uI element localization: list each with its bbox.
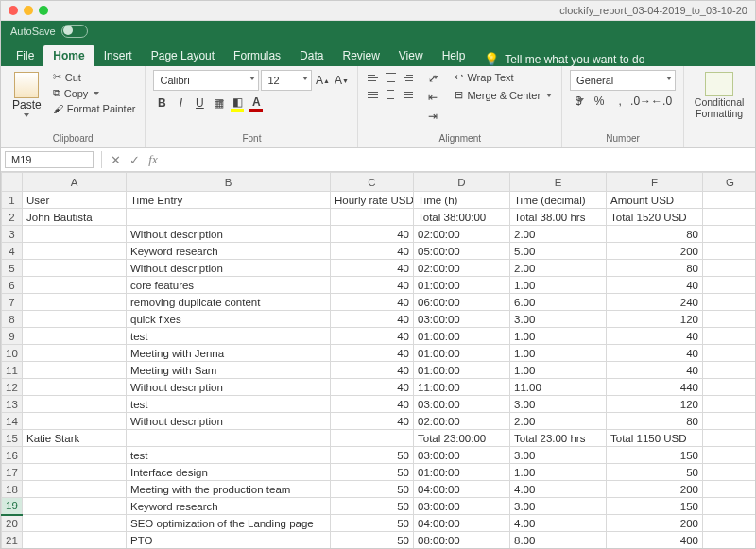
- underline-button[interactable]: U: [191, 94, 208, 112]
- accept-formula-button[interactable]: ✓: [125, 153, 144, 167]
- italic-button[interactable]: I: [172, 94, 189, 112]
- border-button[interactable]: ▦: [210, 94, 227, 112]
- cell-G16[interactable]: [703, 447, 756, 464]
- cell-G2[interactable]: [703, 209, 756, 226]
- column-header-G[interactable]: G: [703, 173, 756, 192]
- row-header-9[interactable]: 9: [2, 328, 23, 345]
- cell-C18[interactable]: 50: [331, 481, 414, 498]
- decrease-indent-button[interactable]: ⇤: [424, 89, 441, 106]
- cell-C5[interactable]: 40: [331, 260, 414, 277]
- cell-B11[interactable]: Meeting with Sam: [127, 362, 331, 379]
- cell-D21[interactable]: 08:00:00: [414, 532, 510, 549]
- cell-A9[interactable]: [23, 328, 127, 345]
- cell-G11[interactable]: [703, 362, 756, 379]
- copy-button[interactable]: ⧉Copy: [51, 86, 138, 100]
- select-all-corner[interactable]: [2, 173, 23, 192]
- cell-E1[interactable]: Time (decimal): [510, 192, 607, 209]
- column-header-C[interactable]: C: [331, 173, 414, 192]
- merge-center-button[interactable]: ⊟Merge & Center: [453, 88, 554, 102]
- tab-review[interactable]: Review: [333, 45, 388, 66]
- cell-D4[interactable]: 05:00:00: [414, 243, 510, 260]
- cell-C7[interactable]: 40: [331, 294, 414, 311]
- cell-B15[interactable]: [127, 430, 331, 447]
- cell-B14[interactable]: Without description: [127, 413, 331, 430]
- cell-B13[interactable]: test: [127, 396, 331, 413]
- cell-F10[interactable]: 40: [607, 345, 703, 362]
- cell-F16[interactable]: 150: [607, 447, 703, 464]
- cell-G7[interactable]: [703, 294, 756, 311]
- format-as-table-button[interactable]: Format as Table: [752, 70, 756, 121]
- cell-C19[interactable]: 50: [331, 498, 414, 515]
- cell-G10[interactable]: [703, 345, 756, 362]
- cell-G6[interactable]: [703, 277, 756, 294]
- paste-button[interactable]: Paste: [9, 70, 45, 119]
- cell-G20[interactable]: [703, 515, 756, 532]
- increase-indent-button[interactable]: ⇥: [424, 108, 441, 125]
- cell-F8[interactable]: 120: [607, 311, 703, 328]
- comma-format-button[interactable]: ,: [611, 93, 628, 110]
- cell-E15[interactable]: Total 23.00 hrs: [510, 430, 607, 447]
- cell-E16[interactable]: 3.00: [510, 447, 607, 464]
- cell-D12[interactable]: 11:00:00: [414, 379, 510, 396]
- cell-A7[interactable]: [23, 294, 127, 311]
- cell-F6[interactable]: 40: [607, 277, 703, 294]
- row-header-12[interactable]: 12: [2, 379, 23, 396]
- cell-G5[interactable]: [703, 260, 756, 277]
- column-header-E[interactable]: E: [510, 173, 607, 192]
- cell-B1[interactable]: Time Entry: [127, 192, 331, 209]
- tab-home[interactable]: Home: [43, 45, 94, 66]
- cell-G15[interactable]: [703, 430, 756, 447]
- cell-C13[interactable]: 40: [331, 396, 414, 413]
- cell-B21[interactable]: PTO: [127, 532, 331, 549]
- cell-C9[interactable]: 40: [331, 328, 414, 345]
- column-header-A[interactable]: A: [23, 173, 127, 192]
- column-header-B[interactable]: B: [127, 173, 331, 192]
- row-header-5[interactable]: 5: [2, 260, 23, 277]
- orientation-button[interactable]: ⤢: [424, 70, 441, 87]
- close-icon[interactable]: [9, 6, 18, 15]
- cell-G12[interactable]: [703, 379, 756, 396]
- cell-G18[interactable]: [703, 481, 756, 498]
- cell-C11[interactable]: 40: [331, 362, 414, 379]
- cell-E18[interactable]: 4.00: [510, 481, 607, 498]
- cell-C2[interactable]: [331, 209, 414, 226]
- cell-E6[interactable]: 1.00: [510, 277, 607, 294]
- cut-button[interactable]: ✂Cut: [51, 70, 138, 84]
- align-left[interactable]: [366, 87, 381, 102]
- cell-A16[interactable]: [23, 447, 127, 464]
- row-header-7[interactable]: 7: [2, 294, 23, 311]
- cell-D10[interactable]: 01:00:00: [414, 345, 510, 362]
- cell-E3[interactable]: 2.00: [510, 226, 607, 243]
- align-right[interactable]: [400, 87, 415, 102]
- row-header-17[interactable]: 17: [2, 464, 23, 481]
- cell-A5[interactable]: [23, 260, 127, 277]
- cell-F17[interactable]: 50: [607, 464, 703, 481]
- cell-E4[interactable]: 5.00: [510, 243, 607, 260]
- cell-E21[interactable]: 8.00: [510, 532, 607, 549]
- cell-G13[interactable]: [703, 396, 756, 413]
- row-header-1[interactable]: 1: [2, 192, 23, 209]
- row-header-3[interactable]: 3: [2, 226, 23, 243]
- cell-B2[interactable]: [127, 209, 331, 226]
- conditional-formatting-button[interactable]: Conditional Formatting: [692, 70, 747, 121]
- cell-D2[interactable]: Total 38:00:00: [414, 209, 510, 226]
- spreadsheet-grid[interactable]: ABCDEFG1UserTime EntryHourly rate USDTim…: [1, 172, 755, 548]
- tab-formulas[interactable]: Formulas: [224, 45, 290, 66]
- cell-A8[interactable]: [23, 311, 127, 328]
- cell-A13[interactable]: [23, 396, 127, 413]
- cell-F3[interactable]: 80: [607, 226, 703, 243]
- cell-B4[interactable]: Keyword research: [127, 243, 331, 260]
- cell-A10[interactable]: [23, 345, 127, 362]
- cell-B7[interactable]: removing duplicate content: [127, 294, 331, 311]
- cell-A11[interactable]: [23, 362, 127, 379]
- cell-A15[interactable]: Katie Stark: [23, 430, 127, 447]
- wrap-text-button[interactable]: ↩Wrap Text: [453, 70, 554, 84]
- cell-D6[interactable]: 01:00:00: [414, 277, 510, 294]
- cell-F15[interactable]: Total 1150 USD: [607, 430, 703, 447]
- cell-C21[interactable]: 50: [331, 532, 414, 549]
- cell-C8[interactable]: 40: [331, 311, 414, 328]
- cell-A6[interactable]: [23, 277, 127, 294]
- cell-B17[interactable]: Interface design: [127, 464, 331, 481]
- cell-G1[interactable]: [703, 192, 756, 209]
- cell-C16[interactable]: 50: [331, 447, 414, 464]
